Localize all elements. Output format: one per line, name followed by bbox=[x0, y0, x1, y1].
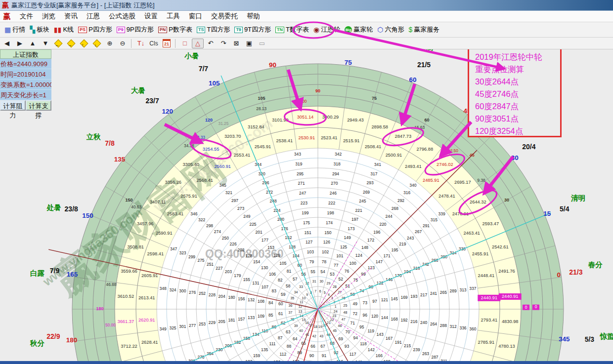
svg-text:57: 57 bbox=[293, 277, 298, 282]
svg-text:319: 319 bbox=[295, 162, 302, 166]
p-square-button[interactable]: PSP四方形 bbox=[78, 25, 112, 34]
calc-support-button[interactable]: 计算支撑 bbox=[26, 100, 51, 111]
svg-text:341: 341 bbox=[374, 162, 381, 167]
cls-button[interactable]: Cls bbox=[148, 39, 160, 48]
svg-text:3661.37: 3661.37 bbox=[117, 319, 134, 324]
svg-text:325: 325 bbox=[169, 325, 176, 330]
svg-text:147: 147 bbox=[376, 259, 383, 264]
sectors-button[interactable]: ▚板块 bbox=[30, 25, 49, 34]
gann-wheel-button[interactable]: ◉江恩轮 bbox=[313, 25, 340, 34]
svg-text:立秋: 立秋 bbox=[86, 133, 101, 141]
svg-text:6: 6 bbox=[319, 289, 321, 293]
svg-text:2560.91: 2560.91 bbox=[214, 164, 231, 169]
calc-resistance-button[interactable]: 计算阻力 bbox=[0, 100, 26, 111]
menu-item-6[interactable]: 工具 bbox=[162, 11, 184, 21]
pan-up-button[interactable]: ↑ bbox=[78, 39, 90, 48]
grid-icon: ▦ bbox=[4, 26, 11, 34]
p-table-button[interactable]: PNP数字表 bbox=[158, 25, 192, 34]
zoom-out-button-icon: ⊖ bbox=[120, 40, 126, 47]
rotate-ccw-button[interactable]: ↶ bbox=[205, 39, 217, 48]
zoom-in-button[interactable]: ⊕ bbox=[104, 39, 116, 48]
t-sort-button[interactable]: T↓ bbox=[135, 39, 147, 48]
svg-text:203: 203 bbox=[225, 269, 232, 274]
pan-right-button-icon: → bbox=[67, 39, 76, 47]
kline-button[interactable]: ▮▮K线 bbox=[54, 25, 74, 34]
rect-tool-button[interactable]: □ bbox=[179, 39, 191, 48]
svg-text:2583.41: 2583.41 bbox=[167, 211, 184, 216]
title-bar[interactable]: 赢 赢家江恩专业版[赢家服务平台] - [上证指数 江恩轮] bbox=[0, 0, 613, 11]
svg-text:4: 4 bbox=[328, 293, 330, 296]
note-line-1: 重要点位测算 bbox=[475, 63, 560, 76]
svg-text:155: 155 bbox=[243, 277, 250, 282]
svg-text:360: 360 bbox=[469, 326, 476, 331]
forward-button[interactable]: ▶ bbox=[14, 39, 26, 48]
menu-item-9[interactable]: 帮助 bbox=[242, 11, 264, 21]
chart-canvas[interactable]: 赢家财富网www.yingjia360.comwww.yingjia360.co… bbox=[0, 49, 613, 364]
svg-text:3000.29: 3000.29 bbox=[322, 115, 339, 120]
svg-text:150: 150 bbox=[82, 212, 93, 219]
svg-text:9: 9 bbox=[306, 293, 308, 296]
svg-text:28.13: 28.13 bbox=[256, 106, 266, 111]
9t-square-button[interactable]: T99T四方形 bbox=[234, 25, 271, 34]
svg-text:131: 131 bbox=[252, 281, 259, 285]
svg-text:30: 30 bbox=[504, 198, 509, 202]
winner-wheel-button[interactable]: Big赢家轮 bbox=[345, 25, 373, 34]
svg-text:73: 73 bbox=[362, 300, 367, 305]
pan-left-button[interactable]: ← bbox=[52, 39, 64, 48]
9p-square-button[interactable]: P99P四方形 bbox=[117, 25, 154, 34]
fit-button[interactable]: ⊠ bbox=[230, 39, 242, 48]
up-button-icon: ▲ bbox=[30, 40, 36, 47]
menu-item-0[interactable]: 文件 bbox=[15, 11, 38, 21]
svg-text:151: 151 bbox=[305, 230, 311, 235]
menu-item-7[interactable]: 窗口 bbox=[184, 11, 207, 21]
svg-text:120: 120 bbox=[371, 314, 378, 319]
hexagon-button[interactable]: ⬡六角形 bbox=[377, 25, 404, 34]
svg-text:226: 226 bbox=[230, 242, 237, 246]
fit-button-icon: ⊠ bbox=[234, 40, 239, 47]
present-button[interactable]: ▭ bbox=[256, 39, 268, 48]
taskbar-strip bbox=[0, 361, 613, 364]
calendar-button[interactable]: 21 bbox=[161, 39, 173, 48]
svg-text:2568.41: 2568.41 bbox=[196, 178, 213, 183]
down-button[interactable]: ▼ bbox=[40, 39, 51, 48]
note-line-6: 120度3254点 bbox=[475, 125, 560, 137]
dollar-icon: $ bbox=[408, 26, 412, 34]
menu-item-2[interactable]: 资讯 bbox=[60, 11, 82, 21]
zoom-out-button[interactable]: ⊖ bbox=[117, 39, 129, 48]
triangle-tool-button[interactable]: △ bbox=[192, 39, 204, 48]
back-button[interactable]: ◀ bbox=[1, 39, 13, 48]
svg-text:340: 340 bbox=[409, 183, 416, 188]
svg-text:3457.96: 3457.96 bbox=[137, 221, 154, 226]
svg-text:3254.55: 3254.55 bbox=[203, 147, 219, 152]
menu-item-4[interactable]: 公式选股 bbox=[104, 11, 140, 21]
t-square-button[interactable]: TST四方形 bbox=[197, 25, 230, 34]
svg-text:195: 195 bbox=[391, 247, 398, 252]
svg-text:93: 93 bbox=[345, 344, 350, 349]
menu-item-3[interactable]: 江恩 bbox=[82, 11, 104, 21]
pan-right-button[interactable]: → bbox=[65, 39, 77, 48]
toolbar-separator bbox=[131, 39, 131, 48]
svg-text:97: 97 bbox=[372, 299, 377, 304]
t-table-button[interactable]: TNT数字表 bbox=[275, 25, 309, 34]
index-param-row-2: 变换系数=1.00000 bbox=[0, 80, 51, 90]
menu-item-8[interactable]: 交易委托 bbox=[207, 11, 242, 21]
svg-text:117: 117 bbox=[350, 352, 356, 357]
winner-service-button[interactable]: $赢家服务 bbox=[408, 25, 439, 34]
svg-text:133: 133 bbox=[248, 315, 255, 320]
index-param-row-1: 时间=20190104 bbox=[0, 69, 51, 80]
quotes-button[interactable]: ▦行情 bbox=[4, 25, 25, 34]
index-info-panel: 上证指数 价格=2440.9099时间=20190104变换系数=1.00000… bbox=[0, 49, 51, 111]
pan-down-button[interactable]: ↓ bbox=[91, 39, 103, 48]
svg-text:142: 142 bbox=[368, 347, 375, 352]
window-title: 赢家江恩专业版[赢家服务平台] - [上证指数 江恩轮] bbox=[11, 1, 155, 10]
p9-badge-icon: P9 bbox=[117, 27, 125, 33]
svg-text:180: 180 bbox=[228, 295, 235, 300]
scale-button[interactable]: ▣ bbox=[243, 39, 255, 48]
svg-text:245: 245 bbox=[359, 199, 366, 203]
svg-text:3152.84: 3152.84 bbox=[248, 124, 264, 129]
svg-text:42: 42 bbox=[312, 334, 316, 338]
up-button[interactable]: ▲ bbox=[27, 39, 39, 48]
menu-item-1[interactable]: 浏览 bbox=[38, 11, 60, 21]
rotate-cw-button[interactable]: ↷ bbox=[218, 39, 229, 48]
menu-item-5[interactable]: 设置 bbox=[140, 11, 162, 21]
